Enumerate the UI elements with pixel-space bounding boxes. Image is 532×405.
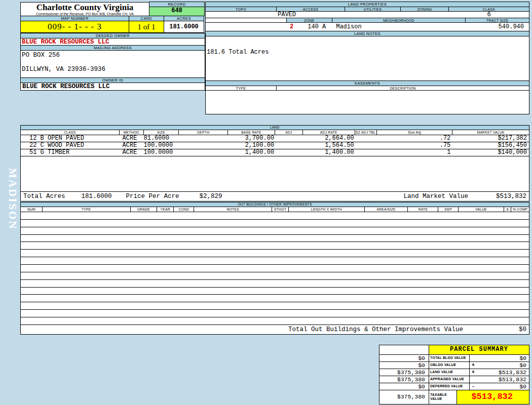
out-buildings-rows [21, 212, 529, 325]
parcel-summary-header: PARCEL SUMMARY [379, 345, 529, 354]
access-value: PAVED [277, 12, 345, 18]
land-col-adj-rate: ADJ RATE [303, 130, 355, 135]
class-value: 6 [449, 12, 529, 18]
out-building-empty-row [21, 227, 529, 235]
out-building-empty-row [21, 302, 529, 310]
land-cell-size-adj: .72 [377, 135, 453, 142]
district-watermark: MADISON [4, 168, 19, 244]
land-cell-class: 51 G TIMBER [21, 149, 120, 156]
out-building-empty-row [21, 212, 529, 220]
out-building-empty-row [21, 235, 529, 242]
land-cell-size: 100.0000 [144, 149, 179, 156]
ob-col-grade: GRADE [131, 207, 158, 212]
tract-size-label: TRACT SIZE [466, 18, 529, 22]
ob-total-label: Total Out Buildings & Other Improvements… [288, 326, 463, 333]
neighborhood-value: Madison [336, 23, 361, 31]
topo-col-header: TOPO [206, 7, 277, 11]
out-buildings-header: NUM TYPE GRADE YEAR COND NOTES STHGT LEN… [21, 207, 529, 212]
row-value: $513,832 [477, 376, 529, 383]
topo-value [206, 12, 277, 18]
prior-value: $0 [379, 383, 429, 390]
land-col-depth: DEPTH [179, 130, 228, 135]
land-cell-adj [275, 142, 303, 149]
land-cell-depth [179, 142, 229, 149]
out-building-empty-row [21, 250, 529, 257]
land-cell-method: ACRE [120, 135, 144, 142]
total-acres-label: Total Acres [23, 193, 65, 200]
parcel-summary-title: PARCEL SUMMARY [429, 345, 529, 354]
neighborhood-label: NEIGHBORHOOD [332, 18, 466, 22]
row-operator [469, 355, 477, 361]
out-building-empty-row [21, 295, 529, 302]
land-cell-adj-rate: 2,664.00 [303, 135, 355, 142]
row-label: TOTAL BLDG VALUE [429, 355, 469, 361]
land-market-value-label: Land Market Value [403, 193, 468, 200]
ob-col-value: VALUE [459, 207, 504, 212]
land-cell-depth [179, 149, 229, 156]
out-building-empty-row [21, 220, 529, 227]
out-building-empty-row [21, 280, 529, 288]
price-per-acre-label: Price Per Acre [126, 193, 179, 200]
acres-value: 181.6000 [164, 21, 204, 33]
land-cell-size: 81.6000 [144, 135, 179, 142]
ob-col-cond: COND [174, 207, 194, 212]
row-value: $0 [477, 355, 529, 361]
parcel-summary-row-appraised: $375,380 APPRAISED VALUE $513,832 [379, 376, 529, 383]
ob-col-pct-comp: % COMP [511, 207, 529, 212]
prior-value: $375,380 [379, 376, 429, 383]
land-col-adj: ADJ [275, 130, 303, 135]
row-label: LAND VALUE [429, 369, 469, 376]
row-operator: + [469, 369, 477, 376]
land-cell-base-rate: 3,700.00 [228, 135, 275, 142]
land-table-title: LAND [21, 126, 529, 130]
row-operator: - [469, 383, 477, 390]
land-cell-adj-rate: 1,400.00 [303, 149, 355, 156]
address-line1: PO BOX 256 [22, 52, 205, 59]
land-table-empty-area [21, 156, 529, 191]
out-building-empty-row [21, 317, 529, 325]
land-cell-depth [179, 135, 229, 142]
row-label: DEFERRED VALUE [429, 383, 469, 390]
ob-col-type: TYPE [43, 207, 131, 212]
land-cell-method: ACRE [120, 142, 144, 149]
zone-label: ZONE [287, 18, 332, 22]
parcel-summary-blank-cell [379, 345, 429, 354]
zone-header-row: ZONE NEIGHBORHOOD TRACT SIZE [205, 18, 529, 23]
row-operator: + [469, 362, 477, 369]
land-cell-adj-rate: 1,564.50 [303, 142, 355, 149]
land-col-base-rate: BASE RATE [228, 130, 275, 135]
parcel-summary: PARCEL SUMMARY $0 TOTAL BLDG VALUE $0 $0… [379, 345, 529, 404]
county-title-box: Charlotte County Virginia Commissioner o… [20, 2, 149, 16]
land-cell-size-adj: 1 [377, 149, 453, 156]
ob-col-year: YEAR [157, 207, 174, 212]
row-label: OBLDG VALUE [429, 362, 469, 369]
mailing-address-box: PO BOX 256 DILLWYN, VA 23936-3936 [20, 50, 205, 78]
map-number-box: MAP NUMBER 009- - 1- - - 3 [20, 16, 129, 33]
out-buildings-title: OUT BUILDINGS / OTHER IMPROVEMENTS [21, 202, 529, 207]
easement-description-header: DESCRIPTION [277, 86, 529, 90]
land-cell-market-value: $156,450 [452, 142, 529, 149]
owner-id-value: BLUE ROCK RESOURCES LLC [20, 83, 205, 91]
prior-value: $375,380 [379, 369, 429, 376]
easements-header-row: TYPE DESCRIPTION [205, 86, 529, 91]
prior-value: $0 [379, 362, 429, 369]
row-label: TAXABLE VALUE [429, 390, 457, 404]
land-cell-base-rate: 2,100.00 [228, 142, 275, 149]
deeded-owner-value: BLUE ROCK RESOURCES LLC [20, 38, 205, 46]
land-cell-adj [275, 135, 303, 142]
land-cell-sz-adj-tbl [355, 149, 377, 156]
out-building-empty-row [21, 288, 529, 295]
land-properties-values-row: PAVED 6 [205, 11, 529, 18]
county-title: Charlotte County Virginia [21, 3, 149, 12]
row-value: $0 [477, 362, 529, 369]
land-cell-class: 22 C WOOD PAVED [21, 142, 120, 149]
land-cell-size: 100.0000 [144, 142, 179, 149]
land-row: 22 C WOOD PAVED ACRE 100.0000 2,100.00 1… [21, 142, 529, 149]
land-market-value: $513,832 [496, 193, 526, 200]
land-col-method: METHOD [120, 130, 144, 135]
ob-col-sthgt: STHGT [272, 207, 289, 212]
zoning-value [401, 12, 449, 18]
out-building-empty-row [21, 265, 529, 272]
out-buildings-table: OUT BUILDINGS / OTHER IMPROVEMENTS NUM T… [20, 202, 529, 335]
out-building-empty-row [21, 242, 529, 250]
